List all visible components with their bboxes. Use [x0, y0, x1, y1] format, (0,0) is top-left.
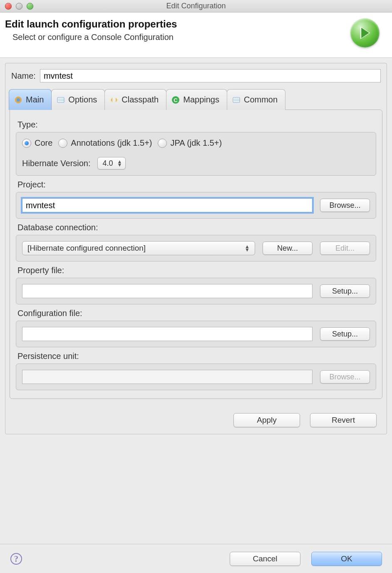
dbconn-group: [Hibernate configured connection] ▲▼ New… [16, 235, 376, 262]
type-label: Type: [17, 120, 375, 130]
cfgfile-group: Setup... [16, 321, 376, 347]
propfile-input[interactable] [22, 284, 313, 298]
svg-rect-4 [57, 97, 64, 102]
hibernate-version-combo[interactable]: 4.0 ▲▼ [97, 157, 126, 169]
radio-annotations[interactable]: Annotations (jdk 1.5+) [58, 138, 152, 148]
punit-browse-button: Browse... [320, 370, 370, 384]
tab-mappings-label: Mappings [183, 95, 219, 105]
tab-common-label: Common [244, 95, 278, 105]
svg-text:C: C [174, 97, 178, 103]
svg-rect-9 [233, 97, 240, 102]
dbconn-select[interactable]: [Hibernate configured connection] ▲▼ [22, 241, 255, 255]
radio-jpa-dot [158, 139, 167, 148]
dialog-footer: ? Cancel OK [0, 544, 392, 573]
dialog-header: Edit launch configuration properties Sel… [0, 12, 392, 58]
project-input[interactable] [22, 198, 313, 212]
radio-jpa[interactable]: JPA (jdk 1.5+) [158, 138, 222, 148]
dbconn-label: Database connection: [17, 223, 375, 232]
punit-group: Browse... [16, 364, 376, 390]
tab-mappings[interactable]: C Mappings [166, 89, 227, 110]
options-tab-icon [57, 96, 65, 104]
cfgfile-label: Configuration file: [17, 309, 375, 318]
header-subtitle: Select or configure a Console Configurat… [12, 32, 177, 42]
tab-options[interactable]: Options [51, 89, 105, 110]
window-title: Edit Configuration [0, 2, 392, 10]
tab-common[interactable]: Common [227, 89, 285, 110]
name-label: Name: [11, 71, 36, 81]
select-arrows-icon: ▲▼ [245, 245, 250, 252]
stepper-arrows-icon: ▲▼ [117, 160, 122, 167]
radio-annotations-dot [58, 139, 67, 148]
svg-point-3 [17, 98, 20, 102]
cfgfile-input[interactable] [22, 327, 313, 341]
radio-annotations-label: Annotations (jdk 1.5+) [71, 138, 152, 148]
run-icon [350, 18, 380, 47]
ok-button[interactable]: OK [311, 552, 382, 566]
dbconn-new-button[interactable]: New... [263, 242, 313, 255]
tab-classpath[interactable]: Classpath [104, 89, 166, 110]
propfile-setup-button[interactable]: Setup... [320, 284, 370, 298]
hibernate-version-value: 4.0 [103, 159, 113, 168]
revert-button[interactable]: Revert [310, 413, 377, 427]
mappings-tab-icon: C [171, 96, 180, 104]
close-window-icon[interactable] [5, 3, 12, 10]
zoom-window-icon[interactable] [27, 3, 33, 10]
project-browse-button[interactable]: Browse... [320, 199, 370, 212]
radio-core[interactable]: Core [22, 138, 52, 148]
cancel-button[interactable]: Cancel [230, 552, 300, 566]
tab-classpath-label: Classpath [122, 95, 159, 105]
cfgfile-setup-button[interactable]: Setup... [320, 327, 370, 341]
dbconn-edit-button: Edit... [320, 242, 370, 255]
project-group: Browse... [16, 192, 376, 219]
punit-input [22, 370, 313, 384]
punit-label: Persistence unit: [17, 351, 375, 361]
svg-marker-1 [361, 28, 369, 38]
svg-text:?: ? [14, 554, 18, 563]
tab-bar: Main Options Classpath C Mappings [9, 88, 383, 110]
common-tab-icon [232, 96, 241, 104]
project-label: Project: [17, 180, 375, 189]
propfile-label: Property file: [17, 266, 375, 275]
apply-button[interactable]: Apply [233, 413, 300, 427]
tab-options-label: Options [68, 95, 97, 105]
radio-jpa-label: JPA (jdk 1.5+) [170, 138, 222, 148]
window-controls [0, 3, 33, 10]
tab-main-content: Type: Core Annotations (jdk 1.5+) JPA (j… [10, 110, 382, 399]
minimize-window-icon [16, 3, 22, 10]
hibernate-version-label: Hibernate Version: [22, 159, 91, 168]
titlebar: Edit Configuration [0, 0, 392, 12]
radio-core-label: Core [35, 138, 52, 148]
help-icon[interactable]: ? [10, 553, 22, 565]
name-input[interactable] [40, 69, 381, 82]
classpath-tab-icon [110, 96, 118, 104]
dbconn-value: [Hibernate configured connection] [27, 244, 146, 253]
main-tab-icon [14, 96, 22, 104]
header-title: Edit launch configuration properties [5, 18, 177, 30]
type-group: Core Annotations (jdk 1.5+) JPA (jdk 1.5… [16, 132, 376, 176]
config-panel: Name: Main Options Classpath [5, 63, 387, 434]
tab-main[interactable]: Main [9, 89, 52, 110]
radio-core-dot [22, 139, 31, 148]
tab-main-label: Main [26, 95, 44, 105]
propfile-group: Setup... [16, 278, 376, 304]
